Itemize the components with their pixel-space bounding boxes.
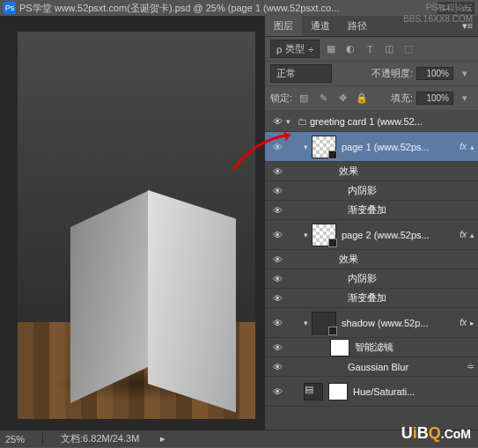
fx-chevron-icon[interactable]: ▸ [470, 319, 474, 327]
layer-thumbnail[interactable] [312, 312, 336, 334]
disclosure-triangle-icon[interactable]: ▾ [304, 319, 308, 327]
layer-label: 渐变叠加 [348, 203, 478, 217]
lock-row: 锁定: ▨ ✎ ✥ 🔒 填充: 100% ▾ [265, 86, 478, 111]
document-size[interactable]: 文档:6.82M/24.3M [61, 432, 139, 445]
document-canvas[interactable] [18, 32, 255, 419]
blend-row: 正常 不透明度: 100% ▾ [265, 62, 478, 86]
layer-smart-filters[interactable]: 👁 智能滤镜 [265, 338, 478, 357]
lock-position-icon[interactable]: ✥ [335, 91, 350, 106]
fill-label: 填充: [391, 92, 413, 105]
layer-effect-gradient-overlay[interactable]: 👁 渐变叠加 [265, 201, 478, 220]
filter-mask-thumbnail[interactable] [330, 339, 349, 356]
fill-chevron-icon[interactable]: ▾ [457, 91, 473, 106]
layer-tree[interactable]: 👁 ▾ 🗀 greeting card 1 (www.52... 👁 ▾ pag… [265, 111, 478, 430]
lock-all-icon[interactable]: 🔒 [354, 91, 370, 106]
opacity-chevron-icon[interactable]: ▾ [457, 66, 473, 82]
smart-object-badge-icon [328, 151, 337, 159]
disclosure-triangle-icon[interactable]: ▾ [286, 117, 290, 126]
layer-effects-header[interactable]: 👁 效果 [265, 162, 478, 181]
app-logo: Ps [4, 2, 16, 14]
fx-chevron-icon[interactable]: ▴ [470, 231, 474, 239]
smart-object-badge-icon [328, 239, 337, 247]
layer-label[interactable]: Hue/Saturati... [353, 386, 478, 397]
folder-icon: 🗀 [294, 114, 310, 129]
layer-label: Gaussian Blur [348, 362, 462, 372]
fill-value[interactable]: 100% [416, 92, 453, 105]
layer-effects-header[interactable]: 👁 效果 [265, 250, 478, 269]
layer-filter-row: ρ 类型 ÷ ▦ ◐ T ◫ ⬚ [265, 37, 478, 62]
layer-label: 效果 [339, 253, 478, 266]
layer-label[interactable]: shadow (www.52p... [342, 318, 460, 328]
filter-adjust-icon[interactable]: ◐ [342, 41, 358, 57]
visibility-eye-icon[interactable]: 👁 [268, 166, 286, 177]
layer-shadow[interactable]: 👁 ▾ shadow (www.52p... fx ▸ [265, 308, 478, 338]
layers-panel: 图层 通道 路径 ▾≡ ρ 类型 ÷ ▦ ◐ T ◫ ⬚ 正常 不透明度: 10… [264, 16, 478, 430]
layer-page-1[interactable]: 👁 ▾ page 1 (www.52ps... fx ▴ [265, 132, 478, 162]
visibility-eye-icon[interactable]: 👁 [268, 342, 286, 353]
zoom-level[interactable]: 25% [5, 434, 25, 444]
opacity-value[interactable]: 100% [416, 67, 453, 80]
watermark-text: PS教程论坛 BBS.16XX8.COM [403, 2, 473, 24]
watermark-logo: UiBQ.CoM [401, 424, 471, 443]
layer-label[interactable]: page 1 (www.52ps... [342, 142, 460, 152]
layer-group-greeting-card[interactable]: 👁 ▾ 🗀 greeting card 1 (www.52... [265, 111, 478, 132]
canvas-area[interactable] [0, 16, 264, 430]
blend-mode-dropdown[interactable]: 正常 [270, 64, 332, 83]
visibility-eye-icon[interactable]: 👁 [268, 318, 286, 328]
visibility-eye-icon[interactable]: 👁 [268, 205, 286, 216]
layer-label[interactable]: page 2 (www.52ps... [342, 230, 460, 240]
greeting-card-mockup [70, 190, 229, 384]
smart-object-badge-icon [328, 327, 337, 335]
tab-layers[interactable]: 图层 [265, 16, 302, 36]
titlebar: Ps PS学堂 www.52psxt.com(圣诞贺卡).psd @ 25% (… [0, 0, 478, 16]
fx-badge[interactable]: fx [460, 230, 467, 239]
layer-label[interactable]: greeting card 1 (www.52... [310, 116, 478, 127]
visibility-eye-icon[interactable]: 👁 [268, 293, 286, 304]
document-title: PS学堂 www.52psxt.com(圣诞贺卡).psd @ 25% (pag… [19, 2, 438, 15]
filter-smart-icon[interactable]: ⬚ [401, 41, 416, 57]
adjustment-thumbnail[interactable]: ▤ [304, 383, 323, 400]
visibility-eye-icon[interactable]: 👁 [268, 274, 286, 284]
disclosure-triangle-icon[interactable]: ▾ [304, 143, 308, 151]
lock-transparency-icon[interactable]: ▨ [296, 91, 312, 106]
layer-label: 内阴影 [348, 272, 478, 285]
layer-effect-gradient-overlay[interactable]: 👁 渐变叠加 [265, 289, 478, 308]
layer-label: 效果 [339, 165, 478, 178]
lock-brush-icon[interactable]: ✎ [315, 91, 331, 106]
doc-info-chevron-icon[interactable]: ▸ [160, 433, 165, 444]
opacity-label: 不透明度: [371, 67, 413, 80]
fx-badge[interactable]: fx [460, 318, 467, 327]
layer-thumbnail[interactable] [312, 224, 336, 246]
tab-channels[interactable]: 通道 [302, 16, 339, 36]
layer-thumbnail[interactable] [312, 136, 336, 158]
filter-shape-icon[interactable]: ◫ [381, 41, 397, 57]
visibility-eye-icon[interactable]: 👁 [268, 362, 286, 372]
filter-kind-dropdown[interactable]: ρ 类型 ÷ [270, 40, 320, 58]
visibility-eye-icon[interactable]: 👁 [268, 142, 286, 152]
layer-label: 智能滤镜 [355, 341, 478, 354]
filter-blend-icon[interactable]: ≑ [462, 359, 478, 375]
fx-badge[interactable]: fx [460, 142, 467, 151]
visibility-eye-icon[interactable]: 👁 [268, 116, 286, 127]
layer-page-2[interactable]: 👁 ▾ page 2 (www.52ps... fx ▴ [265, 220, 478, 250]
disclosure-triangle-icon[interactable]: ▾ [304, 231, 308, 239]
layer-filter-gaussian-blur[interactable]: 👁 Gaussian Blur ≑ [265, 357, 478, 377]
fx-chevron-icon[interactable]: ▴ [470, 143, 474, 151]
lock-label: 锁定: [270, 92, 292, 105]
visibility-eye-icon[interactable]: 👁 [268, 386, 286, 397]
visibility-eye-icon[interactable]: 👁 [268, 254, 286, 265]
layer-mask-thumbnail[interactable] [328, 383, 348, 400]
tab-paths[interactable]: 路径 [339, 16, 376, 36]
filter-type-icon[interactable]: T [362, 41, 378, 57]
filter-pixel-icon[interactable]: ▦ [323, 41, 339, 57]
layer-hue-saturation[interactable]: 👁 ▤ Hue/Saturati... [265, 377, 478, 407]
layer-effect-inner-shadow[interactable]: 👁 内阴影 [265, 181, 478, 201]
visibility-eye-icon[interactable]: 👁 [268, 230, 286, 240]
layer-label: 内阴影 [348, 184, 478, 197]
layer-label: 渐变叠加 [348, 291, 478, 305]
layer-effect-inner-shadow[interactable]: 👁 内阴影 [265, 269, 478, 289]
visibility-eye-icon[interactable]: 👁 [268, 186, 286, 196]
